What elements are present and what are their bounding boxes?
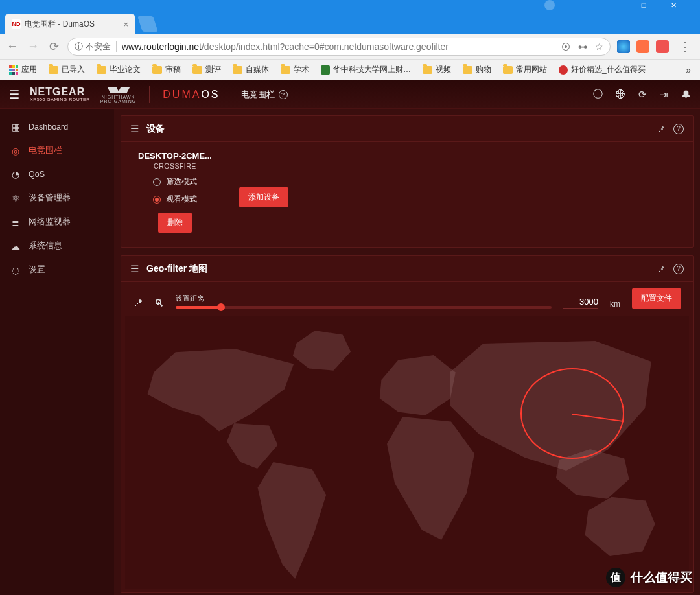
bookmarks-bar: 应用 已导入 毕业论文 审稿 测评 自媒体 学术 华中科技大学网上财… 视频 购… xyxy=(0,60,700,80)
panel-title: Geo-filter 地图 xyxy=(146,263,207,275)
nighthawk-logo-icon xyxy=(109,86,128,95)
browser-tab[interactable]: ND 电竞围栏 - DumaOS × xyxy=(5,14,135,34)
extension-icon[interactable] xyxy=(656,40,669,53)
distance-slider[interactable] xyxy=(176,306,552,309)
pin-icon[interactable]: 📌︎ xyxy=(657,264,666,274)
info-icon: ⓘ xyxy=(75,41,83,52)
tab-close-icon[interactable]: × xyxy=(123,19,128,29)
bell-icon[interactable]: 🔔︎ xyxy=(681,89,691,100)
device-name: DESKTOP-2CME... xyxy=(133,151,217,161)
location-pin-icon[interactable]: 📍︎ xyxy=(133,298,143,309)
reload-button[interactable]: ⟳ xyxy=(47,40,61,54)
app-viewport: ☰ NETGEAR XR500 GAMING ROUTER NIGHTHAWKP… xyxy=(0,80,700,595)
mode-watch-radio[interactable]: 观看模式 xyxy=(133,194,217,205)
devices-panel: ☰ 设备 📌︎ ? DESKTOP-2CME... CROSSFIRE 筛选模式 xyxy=(121,115,694,248)
sidebar-item-settings[interactable]: ◌设置 xyxy=(0,258,114,282)
add-device-button[interactable]: 添加设备 xyxy=(239,187,288,207)
translate-icon[interactable]: ⦿ xyxy=(561,41,570,52)
user-avatar-icon[interactable] xyxy=(544,0,555,10)
sidebar-item-geofilter[interactable]: ◎电竞围栏 xyxy=(0,139,114,163)
drag-handle-icon[interactable]: ☰ xyxy=(130,263,139,275)
bookmark-folder[interactable]: 自媒体 xyxy=(229,62,273,77)
globe-icon[interactable]: 🌐︎ xyxy=(616,89,625,100)
list-icon: ≣ xyxy=(10,217,21,228)
help-icon[interactable]: ? xyxy=(279,90,288,99)
apps-shortcut[interactable]: 应用 xyxy=(5,62,41,77)
slider-thumb-icon[interactable] xyxy=(217,303,225,311)
bookmark-folder[interactable]: 常用网站 xyxy=(499,62,551,77)
bookmarks-overflow-icon[interactable]: » xyxy=(682,65,695,75)
browser-toolbar: ← → ⟳ ⓘ 不安全 www.routerlogin.net/desktop/… xyxy=(0,34,700,60)
folder-icon xyxy=(233,66,242,74)
tab-favicon-icon: ND xyxy=(12,19,21,29)
folder-icon xyxy=(152,66,162,74)
security-indicator[interactable]: ⓘ 不安全 xyxy=(75,41,111,52)
breadcrumb: 电竞围栏 ? xyxy=(241,89,288,100)
refresh-icon[interactable]: ⟳ xyxy=(638,89,647,100)
folder-icon xyxy=(49,66,58,74)
dashboard-icon: ▦ xyxy=(10,122,21,132)
brand-nighthawk: NIGHTHAWKPRO GAMING xyxy=(100,86,137,104)
bookmark-folder[interactable]: 购物 xyxy=(459,62,495,77)
bookmark-site[interactable]: 华中科技大学网上财… xyxy=(317,62,415,77)
cloud-icon: ☁ xyxy=(10,241,21,251)
info-icon[interactable]: ⓘ xyxy=(593,88,603,100)
mode-filter-radio[interactable]: 筛选模式 xyxy=(133,176,217,187)
bookmark-folder[interactable]: 视频 xyxy=(419,62,455,77)
brand-netgear: NETGEAR XR500 GAMING ROUTER xyxy=(30,87,90,102)
sidebar-item-system-info[interactable]: ☁系统信息 xyxy=(0,234,114,258)
logout-icon[interactable]: ⇥ xyxy=(660,89,668,100)
browser-tab-strip: ND 电竞围栏 - DumaOS × xyxy=(0,10,700,34)
window-close-icon[interactable]: ✕ xyxy=(659,0,688,10)
bookmark-star-icon[interactable]: ☆ xyxy=(595,41,603,52)
sidebar-item-device-manager[interactable]: ⚛设备管理器 xyxy=(0,186,114,210)
bookmark-folder[interactable]: 审稿 xyxy=(148,62,185,77)
back-button[interactable]: ← xyxy=(5,40,19,53)
bookmark-site[interactable]: 好价精选_什么值得买 xyxy=(555,62,649,77)
zoom-icon[interactable]: 🔍︎ xyxy=(154,298,164,309)
device-service: CROSSFIRE xyxy=(133,162,217,170)
app-topbar: ☰ NETGEAR XR500 GAMING ROUTER NIGHTHAWKP… xyxy=(0,80,700,109)
target-icon: ◎ xyxy=(10,146,21,156)
window-maximize-icon[interactable]: □ xyxy=(629,0,659,10)
folder-icon xyxy=(463,66,472,74)
help-icon[interactable]: ? xyxy=(673,264,684,274)
sidebar-item-network-monitor[interactable]: ≣网络监视器 xyxy=(0,210,114,234)
bookmark-folder[interactable]: 测评 xyxy=(189,62,225,77)
watermark-badge-icon: 值 xyxy=(606,568,625,587)
chrome-menu-icon[interactable]: ⋮ xyxy=(675,40,695,54)
geofilter-panel: ☰ Geo-filter 地图 📌︎ ? 📍︎ 🔍︎ 设置距离 3 xyxy=(121,255,694,593)
address-bar[interactable]: ⓘ 不安全 www.routerlogin.net/desktop/index.… xyxy=(67,38,611,56)
apps-grid-icon xyxy=(9,65,18,75)
folder-icon xyxy=(503,66,513,74)
distance-input[interactable]: 3000 xyxy=(563,297,598,309)
key-icon[interactable]: ⊶ xyxy=(578,41,587,52)
bookmark-folder[interactable]: 已导入 xyxy=(45,62,89,77)
bookmark-folder[interactable]: 学术 xyxy=(277,62,313,77)
extension-icon[interactable] xyxy=(636,40,649,53)
extension-icon[interactable] xyxy=(617,40,630,53)
radio-icon xyxy=(153,178,161,186)
world-map[interactable] xyxy=(125,316,689,589)
sidebar-item-dashboard[interactable]: ▦Dashboard xyxy=(0,115,114,139)
folder-icon xyxy=(97,66,106,74)
sidebar-item-qos[interactable]: ◔QoS xyxy=(0,163,114,186)
drag-handle-icon[interactable]: ☰ xyxy=(130,123,139,135)
new-tab-button[interactable] xyxy=(137,16,158,32)
window-titlebar: ― □ ✕ xyxy=(0,0,700,10)
help-icon[interactable]: ? xyxy=(673,124,684,134)
pin-icon[interactable]: 📌︎ xyxy=(657,124,666,134)
bookmark-folder[interactable]: 毕业论文 xyxy=(93,62,145,77)
delete-button[interactable]: 删除 xyxy=(158,213,192,233)
brand-dumaos: DUMAOS xyxy=(163,89,220,100)
radio-checked-icon xyxy=(153,196,161,204)
main-content: ☰ 设备 📌︎ ? DESKTOP-2CME... CROSSFIRE 筛选模式 xyxy=(114,109,700,595)
speed-icon: ◔ xyxy=(10,169,21,180)
forward-button[interactable]: → xyxy=(26,40,40,53)
window-minimize-icon[interactable]: ― xyxy=(599,0,629,10)
site-icon xyxy=(321,65,330,75)
gear-icon: ◌ xyxy=(10,265,21,275)
site-icon xyxy=(559,65,568,75)
hamburger-icon[interactable]: ☰ xyxy=(9,88,19,102)
profile-button[interactable]: 配置文件 xyxy=(632,288,681,309)
